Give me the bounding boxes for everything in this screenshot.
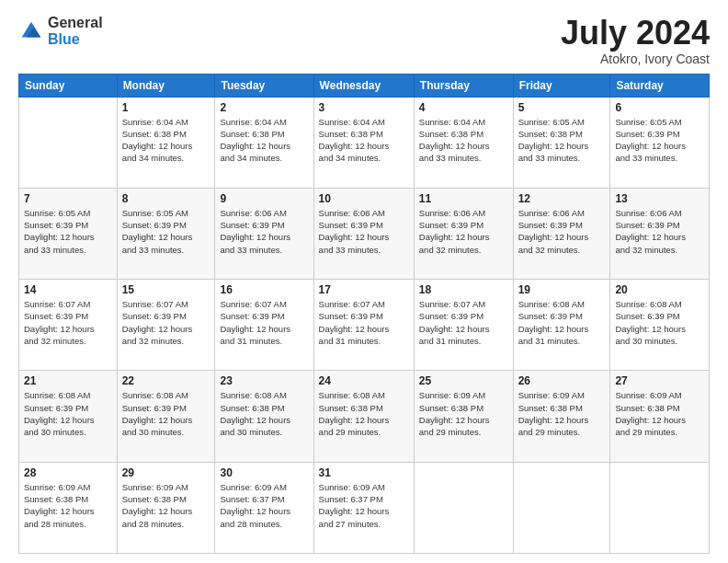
day-number: 23	[220, 374, 308, 387]
title-block: July 2024 Atokro, Ivory Coast	[561, 15, 710, 66]
day-info: Sunrise: 6:04 AM Sunset: 6:38 PM Dayligh…	[122, 116, 210, 165]
day-number: 21	[24, 374, 112, 387]
table-row: 31Sunrise: 6:09 AM Sunset: 6:37 PM Dayli…	[313, 462, 414, 553]
day-number: 20	[615, 283, 704, 296]
col-monday: Monday	[117, 74, 215, 97]
day-info: Sunrise: 6:07 AM Sunset: 6:39 PM Dayligh…	[24, 298, 112, 347]
day-number: 1	[122, 101, 210, 114]
day-info: Sunrise: 6:07 AM Sunset: 6:39 PM Dayligh…	[419, 298, 508, 347]
day-info: Sunrise: 6:08 AM Sunset: 6:38 PM Dayligh…	[220, 389, 308, 438]
logo-text: General Blue	[48, 15, 103, 47]
calendar-week-row: 14Sunrise: 6:07 AM Sunset: 6:39 PM Dayli…	[19, 280, 710, 371]
header: General Blue July 2024 Atokro, Ivory Coa…	[18, 15, 710, 66]
day-info: Sunrise: 6:08 AM Sunset: 6:38 PM Dayligh…	[319, 389, 409, 438]
col-thursday: Thursday	[414, 74, 513, 97]
day-info: Sunrise: 6:07 AM Sunset: 6:39 PM Dayligh…	[122, 298, 210, 347]
table-row: 14Sunrise: 6:07 AM Sunset: 6:39 PM Dayli…	[19, 280, 118, 371]
day-info: Sunrise: 6:09 AM Sunset: 6:37 PM Dayligh…	[319, 481, 409, 530]
day-info: Sunrise: 6:09 AM Sunset: 6:38 PM Dayligh…	[419, 389, 508, 438]
table-row: 4Sunrise: 6:04 AM Sunset: 6:38 PM Daylig…	[414, 97, 513, 188]
table-row: 30Sunrise: 6:09 AM Sunset: 6:37 PM Dayli…	[215, 462, 313, 553]
col-friday: Friday	[513, 74, 610, 97]
day-number: 12	[518, 192, 606, 205]
day-info: Sunrise: 6:08 AM Sunset: 6:39 PM Dayligh…	[615, 298, 704, 347]
table-row: 2Sunrise: 6:04 AM Sunset: 6:38 PM Daylig…	[215, 97, 313, 188]
table-row: 23Sunrise: 6:08 AM Sunset: 6:38 PM Dayli…	[215, 371, 313, 462]
table-row: 18Sunrise: 6:07 AM Sunset: 6:39 PM Dayli…	[414, 280, 513, 371]
day-info: Sunrise: 6:04 AM Sunset: 6:38 PM Dayligh…	[419, 116, 508, 165]
day-number: 17	[319, 283, 409, 296]
table-row: 1Sunrise: 6:04 AM Sunset: 6:38 PM Daylig…	[117, 97, 215, 188]
day-info: Sunrise: 6:06 AM Sunset: 6:39 PM Dayligh…	[518, 207, 606, 256]
day-info: Sunrise: 6:05 AM Sunset: 6:39 PM Dayligh…	[122, 207, 210, 256]
day-info: Sunrise: 6:09 AM Sunset: 6:38 PM Dayligh…	[24, 481, 112, 530]
logo-general: General	[48, 15, 103, 31]
logo-blue: Blue	[48, 31, 103, 48]
table-row	[610, 462, 710, 553]
calendar-week-row: 28Sunrise: 6:09 AM Sunset: 6:38 PM Dayli…	[19, 462, 710, 553]
table-row: 19Sunrise: 6:08 AM Sunset: 6:39 PM Dayli…	[513, 280, 610, 371]
day-info: Sunrise: 6:08 AM Sunset: 6:39 PM Dayligh…	[518, 298, 606, 347]
table-row: 26Sunrise: 6:09 AM Sunset: 6:38 PM Dayli…	[513, 371, 610, 462]
day-number: 29	[122, 466, 210, 479]
day-number: 13	[615, 192, 704, 205]
day-number: 8	[122, 192, 210, 205]
day-number: 22	[122, 374, 210, 387]
day-info: Sunrise: 6:09 AM Sunset: 6:38 PM Dayligh…	[518, 389, 606, 438]
day-number: 11	[419, 192, 508, 205]
day-number: 14	[24, 283, 112, 296]
table-row: 29Sunrise: 6:09 AM Sunset: 6:38 PM Dayli…	[117, 462, 215, 553]
table-row: 25Sunrise: 6:09 AM Sunset: 6:38 PM Dayli…	[414, 371, 513, 462]
table-row: 10Sunrise: 6:06 AM Sunset: 6:39 PM Dayli…	[313, 188, 414, 279]
day-number: 9	[220, 192, 308, 205]
day-number: 15	[122, 283, 210, 296]
day-number: 10	[319, 192, 409, 205]
day-info: Sunrise: 6:05 AM Sunset: 6:38 PM Dayligh…	[518, 116, 606, 165]
table-row: 16Sunrise: 6:07 AM Sunset: 6:39 PM Dayli…	[215, 280, 313, 371]
table-row: 27Sunrise: 6:09 AM Sunset: 6:38 PM Dayli…	[610, 371, 710, 462]
calendar-week-row: 7Sunrise: 6:05 AM Sunset: 6:39 PM Daylig…	[19, 188, 710, 279]
day-number: 18	[419, 283, 508, 296]
day-number: 30	[220, 466, 308, 479]
table-row	[513, 462, 610, 553]
day-info: Sunrise: 6:09 AM Sunset: 6:38 PM Dayligh…	[122, 481, 210, 530]
day-number: 2	[220, 101, 308, 114]
table-row: 11Sunrise: 6:06 AM Sunset: 6:39 PM Dayli…	[414, 188, 513, 279]
day-info: Sunrise: 6:09 AM Sunset: 6:38 PM Dayligh…	[615, 389, 704, 438]
table-row	[414, 462, 513, 553]
day-info: Sunrise: 6:04 AM Sunset: 6:38 PM Dayligh…	[319, 116, 409, 165]
page: General Blue July 2024 Atokro, Ivory Coa…	[0, 0, 728, 563]
table-row: 5Sunrise: 6:05 AM Sunset: 6:38 PM Daylig…	[513, 97, 610, 188]
calendar-week-row: 1Sunrise: 6:04 AM Sunset: 6:38 PM Daylig…	[19, 97, 710, 188]
day-number: 31	[319, 466, 409, 479]
table-row: 15Sunrise: 6:07 AM Sunset: 6:39 PM Dayli…	[117, 280, 215, 371]
col-wednesday: Wednesday	[313, 74, 414, 97]
table-row: 8Sunrise: 6:05 AM Sunset: 6:39 PM Daylig…	[117, 188, 215, 279]
day-info: Sunrise: 6:06 AM Sunset: 6:39 PM Dayligh…	[220, 207, 308, 256]
table-row: 6Sunrise: 6:05 AM Sunset: 6:39 PM Daylig…	[610, 97, 710, 188]
table-row: 13Sunrise: 6:06 AM Sunset: 6:39 PM Dayli…	[610, 188, 710, 279]
day-info: Sunrise: 6:04 AM Sunset: 6:38 PM Dayligh…	[220, 116, 308, 165]
day-number: 5	[518, 101, 606, 114]
day-number: 25	[419, 374, 508, 387]
day-info: Sunrise: 6:08 AM Sunset: 6:39 PM Dayligh…	[122, 389, 210, 438]
day-info: Sunrise: 6:05 AM Sunset: 6:39 PM Dayligh…	[615, 116, 704, 165]
day-info: Sunrise: 6:06 AM Sunset: 6:39 PM Dayligh…	[319, 207, 409, 256]
day-number: 28	[24, 466, 112, 479]
day-number: 16	[220, 283, 308, 296]
table-row: 17Sunrise: 6:07 AM Sunset: 6:39 PM Dayli…	[313, 280, 414, 371]
table-row: 20Sunrise: 6:08 AM Sunset: 6:39 PM Dayli…	[610, 280, 710, 371]
day-number: 24	[319, 374, 409, 387]
logo: General Blue	[18, 15, 103, 47]
day-number: 27	[615, 374, 704, 387]
day-info: Sunrise: 6:05 AM Sunset: 6:39 PM Dayligh…	[24, 207, 112, 256]
table-row: 9Sunrise: 6:06 AM Sunset: 6:39 PM Daylig…	[215, 188, 313, 279]
col-tuesday: Tuesday	[215, 74, 313, 97]
day-info: Sunrise: 6:06 AM Sunset: 6:39 PM Dayligh…	[615, 207, 704, 256]
day-number: 26	[518, 374, 606, 387]
day-number: 7	[24, 192, 112, 205]
day-number: 6	[615, 101, 704, 114]
col-sunday: Sunday	[19, 74, 118, 97]
table-row	[19, 97, 118, 188]
day-info: Sunrise: 6:07 AM Sunset: 6:39 PM Dayligh…	[220, 298, 308, 347]
